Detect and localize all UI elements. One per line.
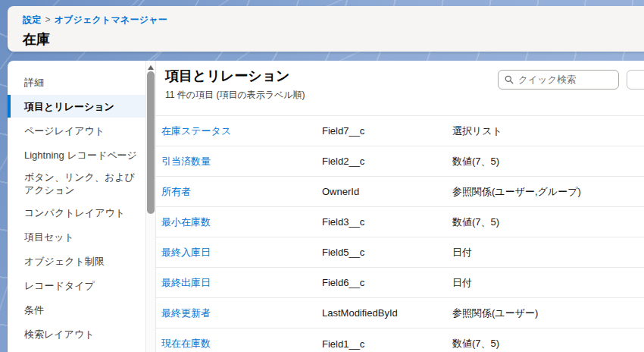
field-data-type: 参照関係(ユーザー) <box>452 306 644 320</box>
field-data-type: 数値(7、5) <box>452 215 644 229</box>
breadcrumb: 設定>オブジェクトマネージャー <box>23 14 635 27</box>
field-data-type: 数値(7、5) <box>452 337 644 350</box>
sidebar-item-conditions[interactable]: 条件 <box>8 298 145 321</box>
table-row: 所有者 OwnerId 参照関係(ユーザー,グループ) <box>156 177 644 207</box>
table-row: 現在在庫数 Field1__c 数値(7、5) <box>156 328 644 352</box>
breadcrumb-link-object-manager[interactable]: オブジェクトマネージャー <box>55 14 167 25</box>
field-api-name: Field2__c <box>322 156 452 167</box>
fields-main-area: 項目とリレーション 11 件の項目 (項目の表示ラベル順) 新規 在庫ステータス… <box>156 61 644 352</box>
sidebar-item-lightning-record-pages[interactable]: Lightning レコードページ <box>8 143 145 166</box>
setup-header-card: 設定>オブジェクトマネージャー 在庫 <box>8 6 644 52</box>
table-row: 最終出庫日 Field6__c 日付 <box>156 268 644 298</box>
sidebar-item-field-sets[interactable]: 項目セット <box>8 225 145 248</box>
new-field-button[interactable]: 新規 <box>627 70 644 90</box>
field-label-link[interactable]: 最終更新者 <box>161 307 211 319</box>
sidebar-item-page-layouts[interactable]: ページレイアウト <box>8 119 145 142</box>
field-label-link[interactable]: 在庫ステータス <box>161 125 231 137</box>
object-manager-panel: 詳細 項目とリレーション ページレイアウト Lightning レコードページ … <box>8 61 644 352</box>
vertical-scrollbar[interactable] <box>145 61 156 352</box>
fields-table: 在庫ステータス Field7__c 選択リスト 引当済数量 Field2__c … <box>156 115 644 352</box>
field-data-type: 数値(7、5) <box>452 155 644 168</box>
field-api-name: Field6__c <box>322 277 452 288</box>
scrollbar-thumb[interactable] <box>147 71 155 214</box>
sidebar-item-compact-layouts[interactable]: コンパクトレイアウト <box>8 201 145 224</box>
page-title: 在庫 <box>23 30 635 49</box>
breadcrumb-link-settings[interactable]: 設定 <box>23 14 41 25</box>
table-row: 最終更新者 LastModifiedById 参照関係(ユーザー) <box>156 298 644 328</box>
field-label-link[interactable]: 最終入庫日 <box>161 247 211 258</box>
quick-find-box <box>498 70 619 90</box>
field-api-name: Field1__c <box>322 338 452 350</box>
sidebar-item-fields-and-relationships[interactable]: 項目とリレーション <box>8 95 145 118</box>
field-label-link[interactable]: 引当済数量 <box>161 156 211 167</box>
quick-find-input[interactable] <box>518 74 612 85</box>
field-data-type: 日付 <box>452 246 644 259</box>
field-api-name: Field7__c <box>322 125 452 137</box>
field-label-link[interactable]: 最終出庫日 <box>161 277 211 288</box>
field-data-type: 参照関係(ユーザー,グループ) <box>452 185 644 199</box>
scrollbar-up-arrow-icon[interactable] <box>147 64 155 71</box>
sidebar-item-record-types[interactable]: レコードタイプ <box>8 274 145 297</box>
table-row: 最終入庫日 Field5__c 日付 <box>156 237 644 268</box>
field-data-type: 日付 <box>452 276 644 290</box>
field-api-name: LastModifiedById <box>322 307 452 319</box>
object-manager-sidebar: 詳細 項目とリレーション ページレイアウト Lightning レコードページ … <box>8 61 145 352</box>
field-api-name: Field5__c <box>322 247 452 258</box>
sidebar-item-buttons-links-actions[interactable]: ボタン、リンク、およびアクション <box>8 168 145 200</box>
table-row: 引当済数量 Field2__c 数値(7、5) <box>156 146 644 177</box>
field-api-name: Field3__c <box>322 216 452 228</box>
fields-count-subtitle: 11 件の項目 (項目の表示ラベル順) <box>165 89 644 102</box>
sidebar-item-search-layouts[interactable]: 検索レイアウト <box>8 322 145 345</box>
field-data-type: 選択リスト <box>452 124 644 138</box>
sidebar-item-object-limits[interactable]: オブジェクト制限 <box>8 250 145 272</box>
table-row: 最小在庫数 Field3__c 数値(7、5) <box>156 207 644 237</box>
field-label-link[interactable]: 現在在庫数 <box>161 338 211 349</box>
field-label-link[interactable]: 最小在庫数 <box>161 216 211 228</box>
search-icon <box>505 75 514 84</box>
field-api-name: OwnerId <box>322 186 452 197</box>
field-label-link[interactable]: 所有者 <box>161 186 191 197</box>
table-row: 在庫ステータス Field7__c 選択リスト <box>156 116 644 146</box>
sidebar-item-details[interactable]: 詳細 <box>8 71 145 93</box>
breadcrumb-separator: > <box>45 14 50 25</box>
